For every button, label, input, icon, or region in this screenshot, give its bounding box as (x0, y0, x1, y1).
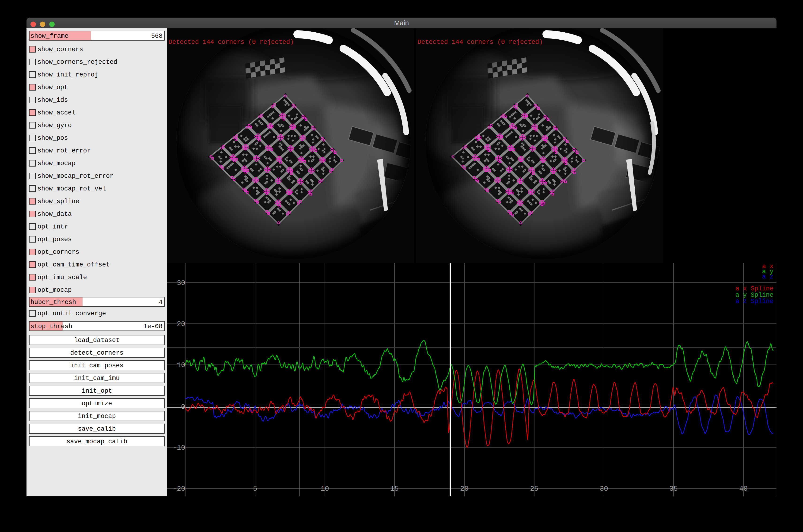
svg-text:10: 10 (321, 485, 329, 493)
svg-text:a y Spline: a y Spline (735, 291, 773, 299)
svg-text:a z Spline: a z Spline (735, 298, 773, 305)
svg-text:20: 20 (177, 320, 185, 328)
svg-text:a x Spline: a x Spline (735, 285, 773, 292)
svg-text:15: 15 (390, 485, 399, 493)
svg-text:30: 30 (600, 485, 608, 493)
svg-text:20: 20 (460, 485, 469, 493)
svg-text:35: 35 (669, 485, 678, 493)
svg-text:-20: -20 (173, 485, 185, 493)
svg-text:a z: a z (762, 273, 773, 280)
svg-text:40: 40 (739, 485, 748, 493)
svg-text:Detected 144 corners (0 reject: Detected 144 corners (0 rejected) (418, 39, 543, 46)
svg-text:30: 30 (177, 279, 185, 287)
svg-text:5: 5 (253, 485, 257, 493)
svg-text:Detected 144 corners (0 reject: Detected 144 corners (0 rejected) (168, 39, 294, 46)
svg-text:10: 10 (177, 361, 185, 369)
svg-text:0: 0 (181, 403, 185, 411)
svg-text:25: 25 (530, 485, 538, 493)
svg-text:-10: -10 (173, 444, 185, 452)
